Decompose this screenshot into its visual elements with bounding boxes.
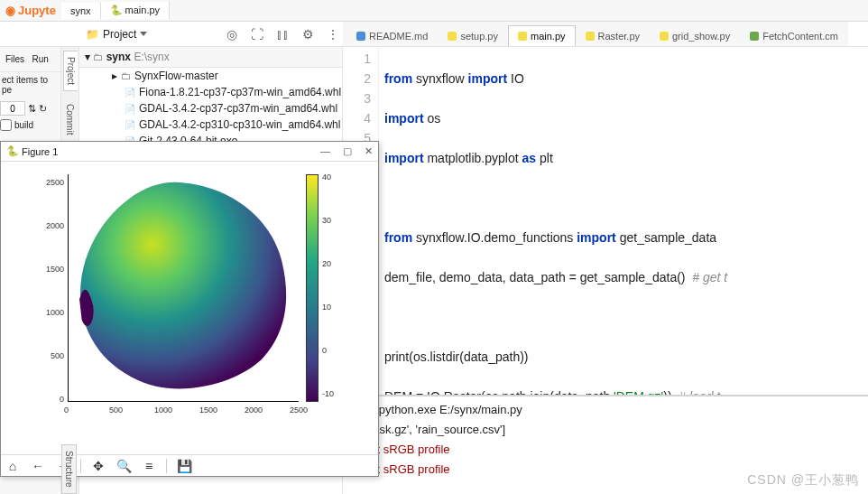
colorbar-tick: 30 [322,216,331,225]
console-line: y310\python.exe E:/synx/main.py [350,400,861,420]
heatmap-raster [70,176,298,400]
tree-folder[interactable]: ▸ 🗀 SynxFlow-master [79,68,342,84]
sync-icon[interactable]: ↻ [39,103,47,115]
x-tick: 1500 [199,405,217,415]
figure-title: Figure 1 [22,146,58,157]
tree-root[interactable]: ▾ 🗀 synx E:\synx [79,47,342,68]
console-line: n_mask.gz', 'rain_source.csv'] [350,420,861,440]
tab-label: main.py [531,31,566,42]
file-type-icon [586,32,595,41]
watermark: CSDN @王小葱鸭 [747,472,859,489]
figure-window[interactable]: 🐍 Figure 1 — ▢ ✕ [0,141,379,477]
figure-icon: 🐍 [6,145,19,157]
tree-file[interactable]: 📄GDAL-3.4.2-cp310-cp310-win_amd64.whl [79,117,342,133]
x-tick: 2500 [290,405,308,415]
code-editor[interactable]: 1234567891011 from synxflow import IO im… [343,47,868,395]
editor-area: 1234567891011 from synxflow import IO im… [343,47,868,494]
build-checkbox[interactable] [0,119,12,131]
back-icon[interactable]: ← [30,458,46,474]
expand-icon[interactable]: ⛶ [247,24,267,44]
y-tick: 2500 [41,178,64,187]
x-tick: 1000 [154,405,172,415]
editor-tab[interactable]: setup.py [438,25,508,46]
tab-label: grid_show.py [672,31,730,42]
tab-label: README.md [369,31,428,42]
tree-file[interactable]: 📄GDAL-3.4.2-cp37-cp37m-win_amd64.whl [79,100,342,117]
side-tab-project[interactable]: Project [63,51,78,91]
y-tick: 2000 [41,221,64,230]
folder-icon: 📁 [86,28,99,41]
title-bar: Jupyte synx 🐍 main.py [0,0,868,22]
plot-axes [68,174,299,402]
folder-icon: 🗀 [121,70,131,81]
maximize-icon[interactable]: ▢ [343,145,352,157]
y-tick: 1500 [41,265,64,274]
locate-icon[interactable]: ◎ [222,24,242,44]
save-icon[interactable]: 💾 [176,458,192,474]
figure-titlebar[interactable]: 🐍 Figure 1 — ▢ ✕ [1,142,378,162]
close-icon[interactable]: ✕ [365,145,373,157]
separator [80,459,81,473]
y-tick: 1000 [41,308,64,317]
separator [166,459,167,473]
jupyter-logo: Jupyte [0,4,61,17]
breadcrumb-file[interactable]: 🐍 main.py [101,2,171,19]
build-label: build [14,120,33,130]
x-tick: 0 [64,405,69,415]
code-lines[interactable]: from synxflow import IO import os import… [379,47,868,395]
tab-label: FetchContent.cm [762,31,838,42]
chevron-down-icon [140,32,147,36]
file-icon: 📄 [125,104,135,114]
home-icon[interactable]: ⌂ [5,458,21,474]
file-type-icon [750,32,759,41]
file-type-icon [518,32,527,41]
figure-canvas: 403020100-10 25002000150010005000 050010… [1,162,378,454]
y-tick: 500 [41,351,64,360]
zoom-icon[interactable]: 🔍 [115,458,132,474]
side-tab-structure[interactable]: Structure [61,444,77,494]
python-icon: 🐍 [110,5,123,15]
editor-tab[interactable]: FetchContent.cm [740,25,848,46]
breadcrumb-project[interactable]: synx [61,3,101,19]
files-label[interactable]: Files [5,54,24,64]
colorbar-tick: -10 [322,389,334,398]
side-tab-commit[interactable]: Commit [63,98,77,140]
tab-label: Raster.py [598,31,640,42]
colorbar-tick: 20 [322,259,331,268]
colorbar [306,174,319,402]
project-dropdown[interactable]: 📁 Project [86,28,147,41]
editor-tab[interactable]: main.py [508,25,576,46]
menu-icon[interactable]: ⋮ [323,24,343,44]
file-icon: 📄 [125,120,135,130]
split-icon[interactable]: ⫿⫿ [272,24,292,44]
editor-tab[interactable]: grid_show.py [650,25,740,46]
select-hint: ect items to pe [0,72,60,98]
project-label: Project [103,28,136,41]
console-line: orrect sRGB profile [350,440,861,460]
colorbar-tick: 10 [322,303,331,312]
colorbar-tick: 40 [322,172,331,182]
tab-label: setup.py [460,31,498,42]
folder-icon: 🗀 [93,51,103,62]
stepper-icon[interactable]: ⇅ [28,103,36,115]
run-label[interactable]: Run [32,54,48,64]
editor-tab[interactable]: Raster.py [576,25,650,46]
tree-file[interactable]: 📄Fiona-1.8.21-cp37-cp37m-win_amd64.whl [79,84,342,100]
figure-toolbar: ⌂ ← → ✥ 🔍 ≡ 💾 [1,454,378,476]
file-type-icon [356,32,365,41]
x-tick: 2000 [245,405,263,415]
pan-icon[interactable]: ✥ [90,458,106,474]
y-tick: 0 [41,395,64,404]
colorbar-tick: 0 [322,346,327,355]
gear-icon[interactable]: ⚙ [298,24,318,44]
minimize-icon[interactable]: — [320,145,330,157]
num-input[interactable] [0,101,25,116]
file-icon: 📄 [125,88,135,98]
editor-tab-bar: README.mdsetup.pymain.pyRaster.pygrid_sh… [343,22,848,47]
config-icon[interactable]: ≡ [141,458,157,474]
file-type-icon [448,32,457,41]
editor-tab[interactable]: README.md [346,25,438,46]
toolbar: 📁 Project ◎ ⛶ ⫿⫿ ⚙ ⋮ README.mdsetup.pyma… [0,22,868,47]
x-tick: 500 [109,405,123,415]
file-type-icon [660,32,669,41]
